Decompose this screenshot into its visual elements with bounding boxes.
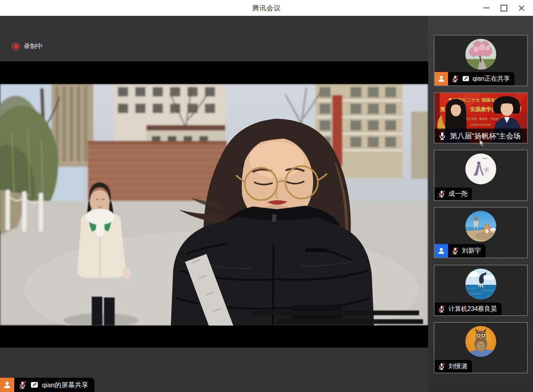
screen-share-banner: qian的屏幕共享 xyxy=(0,378,95,392)
screen-share-label: qian的屏幕共享 xyxy=(42,381,88,390)
person-icon xyxy=(2,380,12,390)
mouse-cursor xyxy=(479,139,485,147)
participants-sidebar: qian正在共享 青春践行二十大 强国有 xyxy=(428,16,533,392)
main-stage: 录制中 xyxy=(0,16,428,392)
avatar-cherry-blossom xyxy=(465,39,496,70)
muted-mic-icon xyxy=(438,362,446,370)
screen-share-icon xyxy=(30,381,39,389)
avatar-dolphin xyxy=(465,269,496,299)
window-controls xyxy=(478,0,530,16)
muted-mic-icon xyxy=(451,75,459,83)
participant-tile-liuxinyu[interactable]: 刘新宇 xyxy=(434,207,528,258)
close-icon xyxy=(518,5,524,11)
participant-name: 计算机234蔡良昊 xyxy=(448,305,497,313)
muted-mic-icon xyxy=(438,190,446,198)
window-title: 腾讯会议 xyxy=(252,4,281,13)
close-button[interactable] xyxy=(512,0,530,16)
recording-icon xyxy=(12,43,20,51)
titlebar: 腾讯会议 xyxy=(0,0,533,16)
minimize-button[interactable] xyxy=(478,0,495,16)
letterbox-faint-text xyxy=(253,311,419,315)
recording-indicator: 录制中 xyxy=(12,42,43,51)
letterbox-faint-text xyxy=(277,319,423,324)
sharer-badge xyxy=(0,378,14,392)
avatar-cats-seaside xyxy=(465,211,496,242)
participant-tile-chengyiyao[interactable]: 成一尧 xyxy=(434,150,528,201)
sharer-badge xyxy=(435,72,448,85)
person-icon xyxy=(437,74,446,83)
avatar-owl xyxy=(465,326,496,357)
shared-video-frame xyxy=(0,84,428,326)
mic-icon xyxy=(438,131,447,140)
recording-label: 录制中 xyxy=(24,42,43,51)
participant-tile-qian[interactable]: qian正在共享 xyxy=(434,35,528,86)
muted-mic-icon xyxy=(451,247,459,255)
muted-mic-icon xyxy=(18,381,27,389)
participant-name: 刘新宇 xyxy=(462,247,481,255)
participant-tile-main-venue[interactable]: 青春践行二十大 强国有我新征程 第八届 实践教学优 大赛 思主义学院、教务处、学… xyxy=(434,92,528,144)
cohost-badge xyxy=(435,244,448,258)
tencent-meeting-window: 腾讯会议 录制中 xyxy=(0,0,533,392)
avatar-ink-figure xyxy=(465,153,496,184)
participant-name: qian正在共享 xyxy=(473,75,510,83)
minimize-icon xyxy=(484,8,490,8)
muted-mic-icon xyxy=(438,305,446,313)
participant-name: 成一尧 xyxy=(448,190,467,198)
screen-share-icon xyxy=(462,75,470,83)
maximize-button[interactable] xyxy=(495,0,512,16)
shared-screen-area[interactable] xyxy=(0,61,428,348)
maximize-icon xyxy=(501,5,507,11)
participant-name: 刘憬潞 xyxy=(448,362,467,371)
person-icon xyxy=(437,246,446,255)
participant-tile-cailianghao[interactable]: 计算机234蔡良昊 xyxy=(434,265,528,316)
participant-tile-liujinglu[interactable]: 刘憬潞 xyxy=(434,322,528,373)
participant-name: 第八届“扬帆杯”主会场 xyxy=(450,131,521,141)
